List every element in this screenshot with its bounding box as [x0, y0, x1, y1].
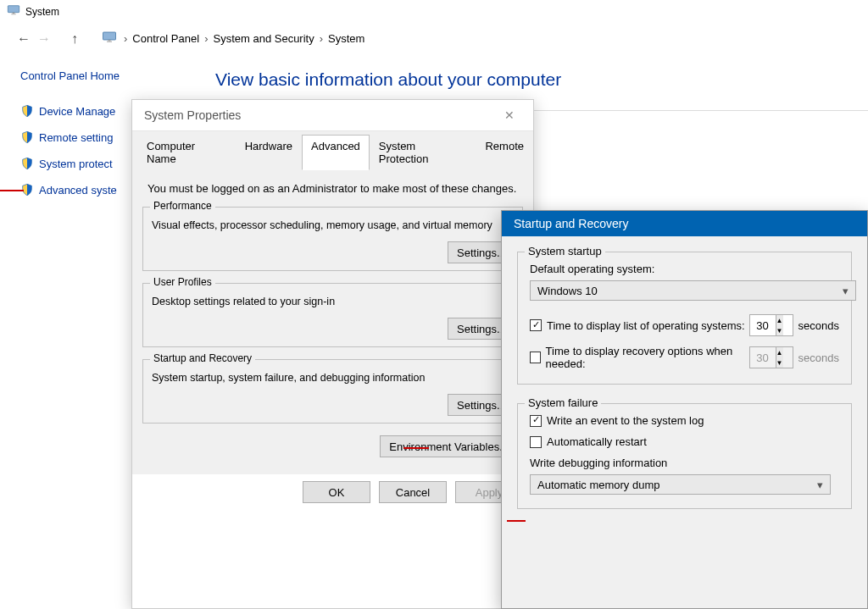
group-user-profiles: User Profiles Desktop settings related t…	[142, 283, 523, 347]
shield-icon	[20, 104, 34, 118]
spin-up-icon[interactable]: ▲	[776, 315, 783, 325]
spin-down-icon[interactable]: ▼	[776, 325, 783, 335]
auto-restart-label: Automatically restart	[547, 435, 647, 448]
svg-rect-2	[13, 13, 15, 14]
auto-restart-checkbox[interactable]	[530, 436, 542, 448]
group-system-failure: System failure Write an event to the sys…	[517, 403, 852, 509]
breadcrumb-item[interactable]: Control Panel	[132, 32, 199, 45]
svg-rect-0	[8, 6, 19, 13]
dialog-title: System Properties	[144, 108, 241, 122]
cancel-button[interactable]: Cancel	[379, 481, 447, 503]
tab-hardware[interactable]: Hardware	[236, 135, 302, 170]
annotation-arrow	[0, 190, 24, 191]
combo-value: Windows 10	[537, 285, 598, 297]
time-recovery-label: Time to display recovery options when ne…	[546, 345, 749, 370]
computer-icon	[85, 30, 124, 47]
chevron-right-icon[interactable]: ›	[320, 32, 323, 45]
write-event-checkbox[interactable]	[530, 415, 542, 427]
tab-system-protection[interactable]: System Protection	[370, 135, 476, 170]
svg-rect-5	[108, 40, 111, 42]
back-arrow-icon[interactable]: ←	[14, 31, 34, 47]
default-os-combo[interactable]: Windows 10 ▾	[530, 280, 856, 301]
environment-variables-button[interactable]: Environment Variables...	[380, 435, 518, 457]
dialog-title: Startup and Recovery	[502, 211, 867, 236]
group-label: Startup and Recovery	[150, 352, 255, 364]
breadcrumb-item[interactable]: System and Security	[213, 32, 314, 45]
time-os-label: Time to display list of operating system…	[547, 319, 745, 332]
tab-bar: Computer Name Hardware Advanced System P…	[132, 135, 533, 170]
breadcrumb-item[interactable]: System	[328, 32, 364, 45]
system-properties-dialog: System Properties ✕ Computer Name Hardwa…	[131, 99, 534, 609]
time-recovery-spinner: ▲▼	[749, 346, 793, 368]
shield-icon	[20, 130, 34, 144]
default-os-label: Default operating system:	[530, 263, 839, 275]
forward-arrow-icon: →	[34, 31, 54, 47]
seconds-unit: seconds	[798, 352, 839, 364]
sidebar-item-label: Advanced syste	[39, 184, 117, 197]
tab-remote[interactable]: Remote	[476, 135, 533, 170]
write-event-label: Write an event to the system log	[547, 414, 704, 427]
svg-rect-3	[103, 32, 116, 40]
chevron-down-icon: ▾	[817, 479, 823, 491]
close-icon[interactable]: ✕	[498, 108, 521, 122]
annotation-arrow	[403, 447, 429, 449]
time-recovery-checkbox[interactable]	[530, 352, 541, 363]
chevron-right-icon[interactable]: ›	[204, 32, 208, 45]
sidebar-item-label: System protect	[39, 158, 113, 170]
up-arrow-icon[interactable]: ↑	[64, 31, 85, 47]
svg-rect-1	[11, 14, 15, 14]
chevron-right-icon[interactable]: ›	[124, 32, 127, 45]
group-desc: Visual effects, processor scheduling, me…	[152, 219, 514, 231]
dialog-button-row: OK Cancel Apply	[132, 474, 533, 512]
spin-up-icon: ▲	[776, 347, 783, 357]
window-titlebar: System	[0, 0, 868, 23]
seconds-unit: seconds	[798, 319, 839, 332]
time-os-value[interactable]	[750, 315, 776, 335]
startup-recovery-dialog: Startup and Recovery System startup Defa…	[501, 210, 868, 609]
sidebar-item-label: Remote setting	[39, 131, 113, 144]
computer-icon	[7, 3, 25, 19]
spin-down-icon: ▼	[776, 357, 783, 368]
time-os-checkbox[interactable]	[530, 319, 542, 331]
group-label: System startup	[525, 245, 605, 257]
sidebar-home-link[interactable]: Control Panel Home	[20, 69, 215, 82]
combo-value: Automatic memory dump	[537, 479, 660, 491]
tab-advanced[interactable]: Advanced	[302, 135, 370, 170]
page-title: View basic information about your comput…	[215, 69, 868, 90]
tab-computer-name[interactable]: Computer Name	[137, 135, 236, 170]
group-desc: System startup, system failure, and debu…	[152, 372, 514, 384]
breadcrumb: › Control Panel › System and Security › …	[124, 32, 370, 45]
group-desc: Desktop settings related to your sign-in	[152, 296, 514, 307]
sidebar-item-label: Device Manage	[39, 105, 115, 118]
group-startup-recovery: Startup and Recovery System startup, sys…	[142, 359, 523, 424]
group-label: User Profiles	[150, 276, 215, 288]
write-debug-combo[interactable]: Automatic memory dump ▾	[530, 474, 831, 495]
svg-rect-4	[107, 42, 112, 43]
dialog-titlebar: System Properties ✕	[132, 100, 533, 130]
nav-bar: ← → ↑ › Control Panel › System and Secur…	[0, 23, 868, 58]
group-label: System failure	[525, 396, 601, 409]
group-performance: Performance Visual effects, processor sc…	[142, 207, 523, 271]
admin-note: You must be logged on as an Administrato…	[147, 182, 518, 195]
group-label: Performance	[150, 200, 215, 212]
time-os-spinner[interactable]: ▲▼	[749, 314, 793, 336]
time-recovery-value	[750, 347, 776, 368]
ok-button[interactable]: OK	[303, 481, 370, 503]
window-title: System	[25, 6, 59, 18]
annotation-arrow	[507, 520, 526, 522]
write-debug-label: Write debugging information	[530, 457, 839, 469]
chevron-down-icon: ▾	[843, 285, 849, 297]
shield-icon	[20, 157, 34, 170]
group-system-startup: System startup Default operating system:…	[517, 252, 852, 385]
